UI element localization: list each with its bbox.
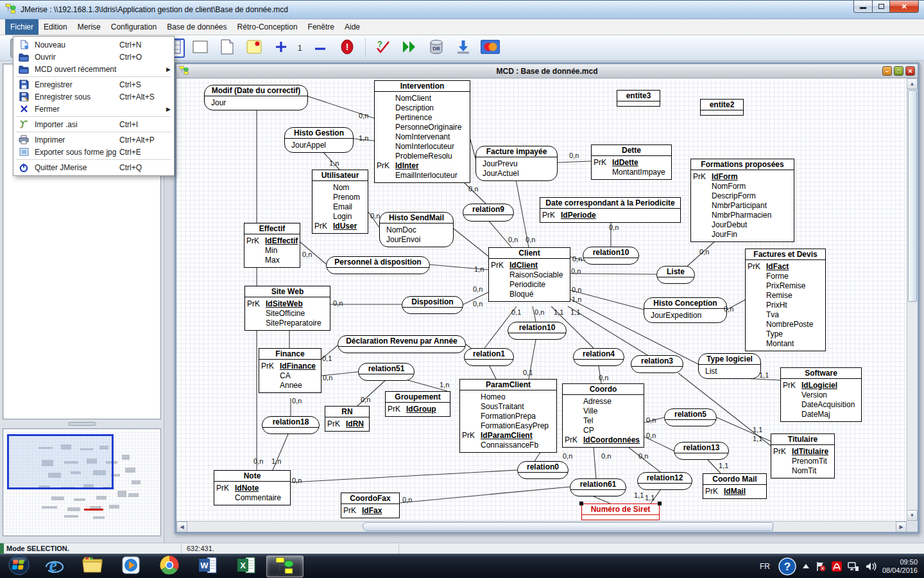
relation-declaration-revenu-par-annee[interactable]: Déclaration Revenu par Année (338, 335, 466, 353)
entity-note[interactable]: NotePrKIdNoteCommentaire (214, 470, 291, 505)
maximize-button[interactable] (872, 1, 890, 13)
vertical-scrollbar[interactable]: ▲ ▼ (907, 78, 918, 521)
relation-relation13[interactable]: relation13 (674, 442, 729, 460)
menu-item-imprimer[interactable]: ImprimerCtrl+Alt+P (15, 134, 173, 146)
label-tool-button[interactable] (189, 39, 212, 58)
menu-configuration[interactable]: Configuration (106, 19, 162, 35)
entity-formations-proposees[interactable]: Formations proposéesPrKIdFormNomFormDesc… (690, 159, 794, 242)
scroll-up-icon[interactable]: ▲ (907, 78, 918, 89)
relation-relation51[interactable]: relation51 (358, 363, 415, 381)
menu-item-fermer[interactable]: Fermer▶ (15, 103, 173, 115)
zoom-out-button[interactable] (309, 39, 332, 58)
payment-button[interactable] (479, 39, 502, 58)
menu-retro-conception[interactable]: Rétro-Conception (232, 19, 303, 35)
entity-paramclient[interactable]: ParamClientHomeoSousTraitantFormationPre… (459, 379, 557, 453)
menu-item-ouvrir[interactable]: OuvrirCtrl+O (15, 51, 173, 63)
taskbar-chrome[interactable] (151, 556, 188, 577)
taskbar-media-player[interactable] (112, 556, 150, 577)
export-db-button[interactable] (452, 39, 475, 58)
relation-histo-sendmail[interactable]: Histo SendMailNomDocJourEnvoi (379, 212, 454, 247)
relation-relation10[interactable]: relation10 (508, 322, 567, 340)
entity-titulaire[interactable]: TitulairePrKIdTitulairePrenomTitNomTit (771, 434, 835, 478)
taskbar-word[interactable]: W (189, 556, 227, 577)
relation-disposition[interactable]: Disposition (402, 296, 463, 314)
entity-date-correspondant-a-la-periodicite[interactable]: Date correspondant à la PeriodicitePrKId… (540, 197, 681, 223)
relation-personnel-a-disposition[interactable]: Personnel à disposition (326, 256, 430, 274)
menu-fenetre[interactable]: Fenêtre (303, 19, 339, 35)
volume-icon[interactable] (865, 561, 877, 572)
relation-relation5[interactable]: relation5 (664, 408, 717, 426)
entity-intervention[interactable]: InterventionNomClientDescriptionPertinen… (374, 80, 470, 183)
scroll-left-icon[interactable]: ◀ (176, 521, 187, 532)
relation-facture-impayee[interactable]: Facture impayéeJourPrevuJourActuel (475, 146, 558, 181)
generate-script-button[interactable] (398, 39, 421, 58)
entity-numero-de-siret[interactable]: Numéro de Siret (581, 504, 660, 520)
entity-coordo-mail[interactable]: Coordo MailPrKIdMail (703, 473, 767, 499)
diagram-canvas[interactable]: Modif (Date du correctif)JourHisto Gesti… (176, 78, 918, 532)
menu-fichier[interactable]: Fichier (5, 19, 38, 35)
action-center-icon[interactable] (816, 561, 826, 572)
menu-item-nouveau[interactable]: NouveauCtrl+N (15, 39, 173, 51)
start-button[interactable] (3, 556, 34, 577)
mcd-close-button[interactable]: ✕ (905, 66, 915, 76)
page-tool-button[interactable] (216, 39, 239, 58)
entity-rn[interactable]: RNPrKIdRN (325, 406, 370, 432)
horizontal-scroll-thumb[interactable] (363, 522, 773, 531)
entity-finance[interactable]: FinancePrKIdFinanceCAAnnee (259, 348, 321, 393)
menu-edition[interactable]: Edition (38, 19, 73, 35)
vertical-scroll-thumb[interactable] (908, 90, 917, 302)
mcd-window-titlebar[interactable]: MCD : Base de donnée.mcd – □ ✕ (176, 64, 918, 78)
mcd-minimize-button[interactable]: – (882, 66, 892, 76)
avira-icon[interactable] (832, 561, 842, 572)
menu-item-importer-asi[interactable]: Importer .asiCtrl+I (15, 118, 173, 130)
selection-handle[interactable] (658, 502, 662, 505)
relation-relation61[interactable]: relation61 (570, 478, 626, 496)
menu-item-exporter-sous-forme-jpg[interactable]: Exporter sous forme jpgCtrl+E (15, 146, 173, 158)
mcd-maximize-button[interactable]: □ (894, 66, 903, 76)
relation-relation0[interactable]: relation0 (517, 461, 569, 479)
entity-coordofax[interactable]: CoordoFaxPrKIdFax (341, 493, 400, 518)
menu-item-mcd-ouvert-recemment[interactable]: MCD ouvert récemment▶ (15, 63, 173, 75)
language-indicator[interactable]: FR (757, 562, 773, 571)
relation-relation4[interactable]: relation4 (573, 348, 624, 366)
entity-dette[interactable]: DettePrKIdDetteMontantImpaye (591, 144, 672, 180)
scroll-right-icon[interactable]: ▶ (896, 521, 907, 532)
entity-coordo[interactable]: CoordoAdresseVilleTelCPPrKIdCoordonnées (562, 383, 644, 448)
horizontal-scrollbar[interactable]: ◀ ▶ (176, 521, 907, 532)
expand-tray-icon[interactable] (802, 563, 810, 570)
zoom-in-button[interactable] (270, 39, 293, 58)
entity-entite3[interactable]: entite3 (617, 90, 660, 107)
relation-histo-conception[interactable]: Histo ConceptionJourExpedition (644, 297, 727, 323)
note-tool-button[interactable] (243, 39, 266, 58)
relation-relation3[interactable]: relation3 (631, 355, 683, 373)
relation-modif-date-du-correctif[interactable]: Modif (Date du correctif)Jour (204, 85, 308, 110)
window-titlebar[interactable]: JMerise : \\192.168.1.3\Idris\Applicatio… (0, 0, 924, 19)
entity-groupement[interactable]: GroupementPrKIdGroup (385, 391, 450, 417)
taskbar-ie[interactable]: e (35, 556, 73, 577)
minimize-button[interactable]: ▬ (853, 1, 873, 13)
entity-site-web[interactable]: Site WebPrKIdSiteWebSiteOfficineSitePrep… (244, 286, 330, 331)
network-icon[interactable] (848, 561, 859, 572)
relation-liste[interactable]: Liste (656, 266, 695, 284)
entity-software[interactable]: SoftwarePrKIdLogicielVersionDateAcquisit… (780, 367, 862, 422)
verify-model-button[interactable]: ? (371, 39, 394, 58)
relation-histo-gestion[interactable]: Histo GestionJourAppel (284, 127, 354, 153)
entity-utilisateur[interactable]: UtilisateurNomPrenomEmailLoginPrKIdUser (312, 170, 368, 234)
minimap[interactable] (3, 428, 161, 536)
menu-aide[interactable]: Aide (339, 19, 365, 35)
error-check-button[interactable]: ! (336, 39, 359, 58)
close-button[interactable]: ✕ (889, 1, 919, 13)
selection-handle[interactable] (579, 502, 583, 505)
menu-merise[interactable]: Merise (73, 19, 106, 35)
menu-base-de-donnees[interactable]: Base de données (162, 19, 232, 35)
entity-entite2[interactable]: entite2 (700, 99, 744, 116)
relation-relation9[interactable]: relation9 (463, 204, 514, 222)
menu-item-enregistrer-sous[interactable]: Enregistrer sousCtrl+Alt+S (15, 91, 173, 103)
entity-factures-et-devis[interactable]: Factures et DevisPrKIdFactFormePrixRemis… (745, 249, 826, 351)
relation-relation1[interactable]: relation1 (464, 348, 514, 366)
relation-relation12[interactable]: relation12 (637, 472, 692, 490)
minimap-viewport[interactable] (7, 434, 114, 489)
taskbar-jmerise[interactable] (266, 556, 304, 577)
help-icon[interactable]: ? (778, 557, 796, 575)
taskbar-clock[interactable]: 09:50 08/04/2016 (882, 558, 921, 575)
